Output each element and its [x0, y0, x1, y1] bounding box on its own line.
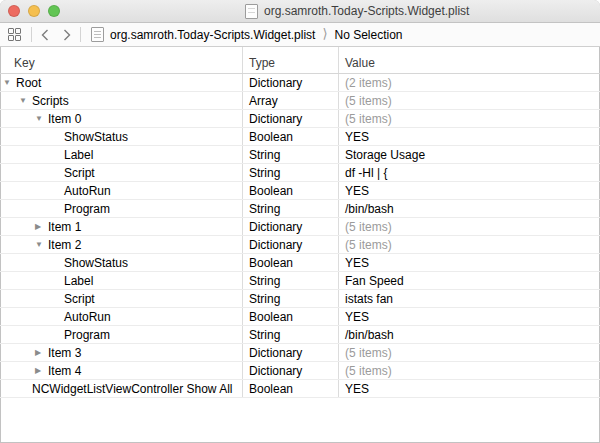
document-proxy-icon[interactable] — [245, 4, 258, 19]
type-cell[interactable]: Boolean — [242, 380, 338, 397]
breadcrumb-selection-item[interactable]: No Selection — [334, 28, 402, 42]
key-label: Item 0 — [48, 112, 81, 126]
type-cell[interactable]: String — [242, 200, 338, 217]
value-cell[interactable]: Storage Usage — [338, 146, 600, 163]
value-label: (5 items) — [345, 238, 392, 252]
type-cell[interactable]: Dictionary — [242, 218, 338, 235]
value-cell[interactable]: (5 items) — [338, 218, 600, 235]
key-cell[interactable]: ▼ Root — [0, 74, 242, 91]
key-cell[interactable]: ▼ Scripts — [0, 92, 242, 109]
disclosure-icon[interactable]: ▼ — [19, 97, 27, 105]
table-row[interactable]: Program String /bin/bash — [0, 326, 600, 344]
close-window-button[interactable] — [8, 5, 20, 17]
type-cell[interactable]: Dictionary — [242, 74, 338, 91]
type-cell[interactable]: Boolean — [242, 128, 338, 145]
key-cell[interactable]: Program — [0, 200, 242, 217]
value-cell[interactable]: /bin/bash — [338, 326, 600, 343]
type-cell[interactable]: Dictionary — [242, 110, 338, 127]
key-cell[interactable]: ▼ Item 0 — [0, 110, 242, 127]
table-row[interactable]: Script String df -Hl | { — [0, 164, 600, 182]
zoom-window-button[interactable] — [48, 5, 60, 17]
value-cell[interactable]: (2 items) — [338, 74, 600, 91]
value-cell[interactable]: Fan Speed — [338, 272, 600, 289]
disclosure-icon[interactable]: ▼ — [35, 241, 43, 249]
disclosure-icon[interactable]: ▶ — [35, 349, 41, 357]
table-row[interactable]: ShowStatus Boolean YES — [0, 128, 600, 146]
value-cell[interactable]: YES — [338, 128, 600, 145]
key-cell[interactable]: Script — [0, 290, 242, 307]
column-header-value[interactable]: Value — [338, 47, 600, 73]
table-row[interactable]: Label String Fan Speed — [0, 272, 600, 290]
table-row[interactable]: ▶ Item 1 Dictionary (5 items) — [0, 218, 600, 236]
type-cell[interactable]: Dictionary — [242, 236, 338, 253]
value-cell[interactable]: YES — [338, 308, 600, 325]
table-row[interactable]: ▶ Item 3 Dictionary (5 items) — [0, 344, 600, 362]
key-cell[interactable]: ShowStatus — [0, 128, 242, 145]
value-cell[interactable]: YES — [338, 182, 600, 199]
key-cell[interactable]: ▶ Item 3 — [0, 344, 242, 361]
value-cell[interactable]: /bin/bash — [338, 200, 600, 217]
value-cell[interactable]: YES — [338, 254, 600, 271]
value-cell[interactable]: YES — [338, 380, 600, 397]
related-items-icon[interactable] — [8, 28, 21, 41]
value-cell[interactable]: (5 items) — [338, 110, 600, 127]
key-cell[interactable]: ShowStatus — [0, 254, 242, 271]
key-cell[interactable]: Label — [0, 146, 242, 163]
value-label: (5 items) — [345, 364, 392, 378]
type-cell[interactable]: Boolean — [242, 254, 338, 271]
disclosure-icon[interactable]: ▶ — [35, 367, 41, 375]
window-title-group: org.samroth.Today-Scripts.Widget.plist — [245, 0, 469, 22]
table-row[interactable]: ▼ Item 0 Dictionary (5 items) — [0, 110, 600, 128]
table-row[interactable]: Program String /bin/bash — [0, 200, 600, 218]
table-row[interactable]: ▼ Item 2 Dictionary (5 items) — [0, 236, 600, 254]
type-cell[interactable]: Array — [242, 92, 338, 109]
key-cell[interactable]: ▼ Item 2 — [0, 236, 242, 253]
value-cell[interactable]: istats fan — [338, 290, 600, 307]
value-label: df -Hl | { — [345, 166, 387, 180]
table-row[interactable]: Script String istats fan — [0, 290, 600, 308]
type-cell[interactable]: String — [242, 272, 338, 289]
disclosure-icon[interactable]: ▼ — [35, 115, 43, 123]
table-row[interactable]: AutoRun Boolean YES — [0, 182, 600, 200]
table-row[interactable]: AutoRun Boolean YES — [0, 308, 600, 326]
value-cell[interactable]: (5 items) — [338, 344, 600, 361]
key-cell[interactable]: AutoRun — [0, 308, 242, 325]
type-label: Dictionary — [249, 238, 302, 252]
table-row[interactable]: NCWidgetListViewController Show All Bool… — [0, 380, 600, 398]
type-cell[interactable]: String — [242, 290, 338, 307]
table-row[interactable]: ▼ Scripts Array (5 items) — [0, 92, 600, 110]
key-cell[interactable]: ▶ Item 1 — [0, 218, 242, 235]
go-back-button[interactable] — [34, 23, 56, 46]
type-cell[interactable]: Boolean — [242, 308, 338, 325]
key-cell[interactable]: Label — [0, 272, 242, 289]
type-cell[interactable]: Dictionary — [242, 362, 338, 379]
type-cell[interactable]: String — [242, 326, 338, 343]
column-header-type[interactable]: Type — [242, 47, 338, 73]
breadcrumb-file-item[interactable]: org.samroth.Today-Scripts.Widget.plist — [110, 28, 315, 42]
disclosure-icon[interactable]: ▼ — [3, 79, 11, 87]
value-cell[interactable]: df -Hl | { — [338, 164, 600, 181]
chevron-right-icon — [63, 29, 71, 41]
table-row[interactable]: Label String Storage Usage — [0, 146, 600, 164]
key-cell[interactable]: Program — [0, 326, 242, 343]
value-cell[interactable]: (5 items) — [338, 92, 600, 109]
type-cell[interactable]: Boolean — [242, 182, 338, 199]
key-cell[interactable]: NCWidgetListViewController Show All — [0, 380, 242, 397]
minimize-window-button[interactable] — [28, 5, 40, 17]
value-cell[interactable]: (5 items) — [338, 236, 600, 253]
type-cell[interactable]: String — [242, 146, 338, 163]
value-cell[interactable]: (5 items) — [338, 362, 600, 379]
type-cell[interactable]: String — [242, 164, 338, 181]
key-cell[interactable]: AutoRun — [0, 182, 242, 199]
key-cell[interactable]: ▶ Item 4 — [0, 362, 242, 379]
column-header-key[interactable]: Key — [0, 47, 242, 73]
type-cell[interactable]: Dictionary — [242, 344, 338, 361]
value-label: YES — [345, 130, 369, 144]
go-forward-button[interactable] — [56, 23, 78, 46]
table-row[interactable]: ShowStatus Boolean YES — [0, 254, 600, 272]
key-cell[interactable]: Script — [0, 164, 242, 181]
title-bar[interactable]: org.samroth.Today-Scripts.Widget.plist — [0, 0, 600, 23]
disclosure-icon[interactable]: ▶ — [35, 223, 41, 231]
table-row[interactable]: ▶ Item 4 Dictionary (5 items) — [0, 362, 600, 380]
table-row[interactable]: ▼ Root Dictionary (2 items) — [0, 74, 600, 92]
